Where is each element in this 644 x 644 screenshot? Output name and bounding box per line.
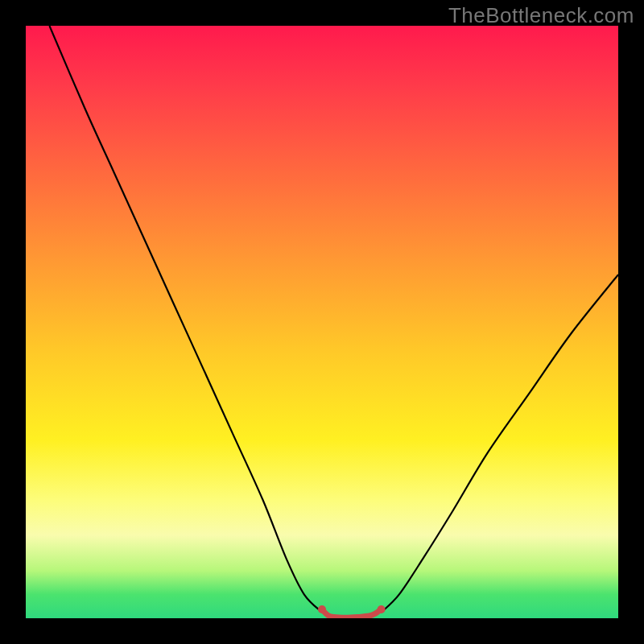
chart-wrapper: TheBottleneck.com: [0, 0, 644, 644]
black-curve-right: [382, 275, 618, 613]
black-curve-left: [49, 26, 322, 613]
trough-marker: [318, 605, 326, 613]
red-trough-curve: [322, 609, 382, 617]
plot-area: [26, 26, 618, 618]
curve-layer: [26, 26, 618, 618]
trough-marker: [378, 605, 386, 613]
watermark-text: TheBottleneck.com: [448, 3, 634, 28]
